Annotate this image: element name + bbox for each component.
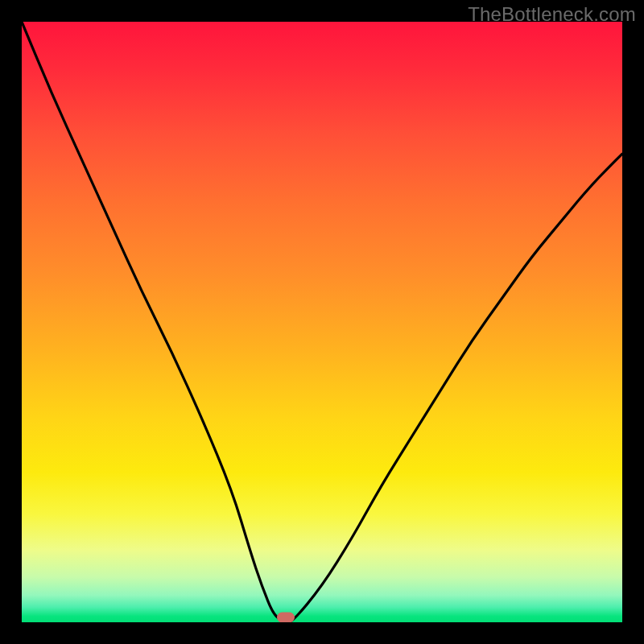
plot-area	[22, 22, 622, 622]
chart-frame: TheBottleneck.com	[0, 0, 644, 644]
bottleneck-curve	[22, 22, 622, 622]
minimum-marker-icon	[277, 613, 295, 623]
